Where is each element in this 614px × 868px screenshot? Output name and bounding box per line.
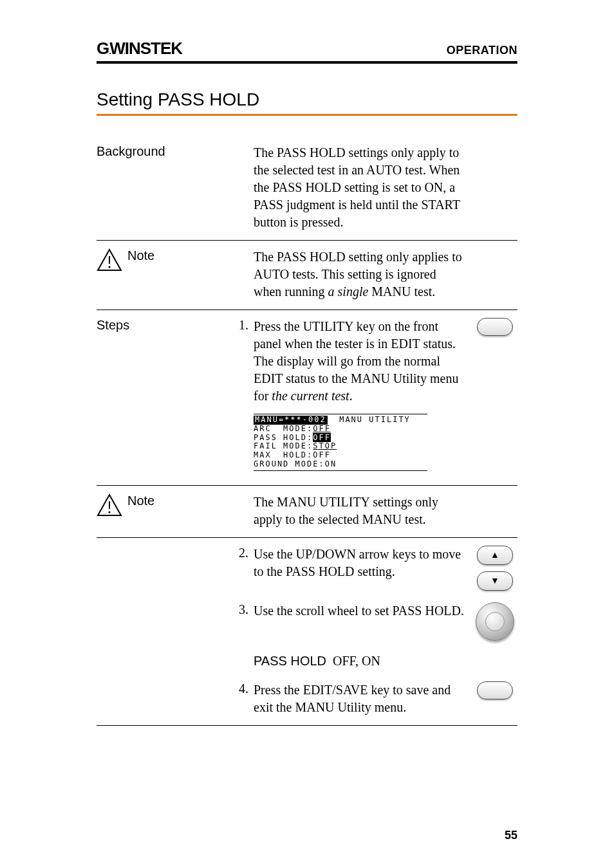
label-steps: Steps — [97, 318, 225, 333]
lcd-line1b: MANU UTILITY — [328, 415, 411, 424]
divider — [97, 240, 517, 241]
passhold-values: PASS HOLD OFF, ON — [254, 652, 466, 670]
scroll-wheel-icon — [476, 602, 514, 641]
note1-c: MANU test. — [368, 284, 435, 299]
step-number-2: 2. — [225, 546, 254, 560]
text-step4: Press the EDIT/SAVE key to save and exit… — [254, 681, 466, 716]
section-header-operation: OPERATION — [447, 44, 517, 57]
text-step2: Use the UP/DOWN arrow keys to move to th… — [254, 546, 466, 580]
label-note: Note — [127, 494, 154, 508]
note1-b: a single — [328, 284, 369, 299]
utility-key-icon — [477, 318, 513, 336]
page-title: Setting PASS HOLD — [97, 89, 517, 110]
divider — [97, 309, 517, 310]
brand-g: G — [97, 39, 109, 58]
svg-point-5 — [108, 511, 110, 513]
lcd-screen: MANU=***-002 MANU UTILITY ARC MODE:OFF P… — [254, 414, 427, 471]
divider — [97, 725, 517, 726]
passhold-options: OFF, ON — [333, 654, 380, 668]
step1-c: . — [349, 389, 353, 403]
step1-b: the current test — [272, 389, 349, 403]
arrow-down-key-icon: ▼ — [477, 571, 513, 591]
lcd-line4: FAIL MODE: — [254, 441, 313, 450]
label-background: Background — [97, 144, 225, 159]
page-number: 55 — [505, 829, 517, 842]
brand-w: W — [109, 39, 125, 58]
brand-logo: GWINSTEK — [97, 39, 182, 59]
lcd-line5: MAX HOLD:OFF — [254, 450, 331, 459]
label-note: Note — [127, 248, 154, 263]
step-number-3: 3. — [225, 602, 254, 617]
warning-icon — [97, 494, 122, 520]
text-background: The PASS HOLD settings only apply to the… — [254, 144, 466, 231]
text-step3: Use the scroll wheel to set PASS HOLD. — [254, 602, 466, 620]
text-note2: The MANU UTILITY settings only apply to … — [254, 494, 466, 528]
arrow-up-key-icon: ▲ — [477, 546, 513, 565]
lcd-line4-val: STOP — [313, 441, 337, 450]
lcd-line2: ARC MODE: — [254, 424, 313, 433]
divider — [97, 537, 517, 538]
passhold-label: PASS HOLD — [254, 654, 326, 668]
header-divider — [97, 61, 517, 64]
edit-save-key-icon — [477, 681, 513, 699]
lcd-line3-val: OFF — [313, 433, 331, 442]
lcd-line2-val: OFF — [313, 424, 331, 433]
lcd-line3: PASS HOLD: — [254, 433, 313, 442]
warning-icon — [97, 248, 122, 275]
title-underline — [97, 114, 517, 116]
svg-point-2 — [108, 266, 110, 268]
lcd-line1a: MANU=***-002 — [255, 415, 326, 424]
text-step1: Press the UTILITY key on the front panel… — [254, 318, 466, 476]
text-note1: The PASS HOLD setting only applies to AU… — [254, 248, 466, 300]
lcd-line6: GROUND MODE:ON — [254, 459, 337, 468]
step-number-4: 4. — [225, 681, 254, 696]
brand-instek: INSTEK — [125, 39, 182, 58]
step-number-1: 1. — [225, 318, 254, 333]
divider — [97, 485, 517, 486]
